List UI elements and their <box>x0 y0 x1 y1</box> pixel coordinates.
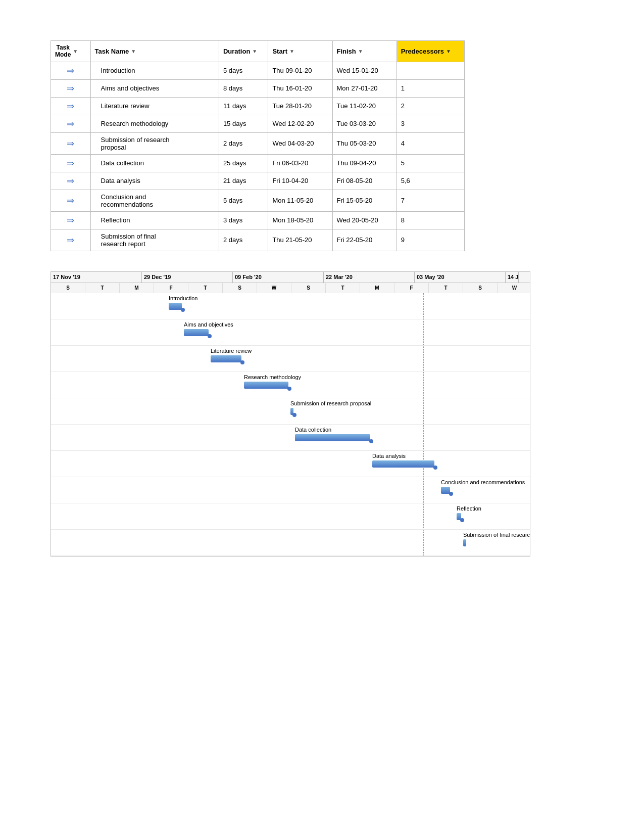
predecessors-cell: 4 <box>397 132 464 154</box>
gantt-period-row: 17 Nov '1929 Dec '1909 Feb '2022 Mar '20… <box>51 272 530 283</box>
task-mode-cell: ⇒ <box>51 132 91 154</box>
connector-dot <box>292 413 296 417</box>
duration-cell: 11 days <box>219 97 268 115</box>
gantt-row <box>51 319 530 346</box>
gantt-task-bar <box>184 329 209 336</box>
finish-cell: Thu 05-03-20 <box>332 132 397 154</box>
duration-cell: 2 days <box>219 132 268 154</box>
predecessors-cell <box>397 62 464 79</box>
task-name-cell: Data analysis <box>90 172 219 190</box>
duration-cell: 5 days <box>219 190 268 211</box>
gantt-task-label: Data collection <box>295 427 331 433</box>
task-mode-cell: ⇒ <box>51 229 91 251</box>
finish-cell: Fri 22-05-20 <box>332 229 397 251</box>
th-predecessors-sort-icon[interactable]: ▼ <box>446 49 451 54</box>
gantt-task-label: Aims and objectives <box>184 321 233 328</box>
duration-cell: 5 days <box>219 62 268 79</box>
duration-cell: 21 days <box>219 172 268 190</box>
th-finish-label: Finish <box>337 48 356 55</box>
start-cell: Thu 16-01-20 <box>268 79 332 97</box>
table-row: ⇒Conclusion andrecommendations5 daysMon … <box>51 190 465 211</box>
duration-cell: 8 days <box>219 79 268 97</box>
table-row: ⇒Data analysis21 daysFri 10-04-20Fri 08-… <box>51 172 465 190</box>
table-row: ⇒Aims and objectives8 daysThu 16-01-20Mo… <box>51 79 465 97</box>
th-task-mode-sort-icon[interactable]: ▼ <box>73 49 78 54</box>
table-row: ⇒Data collection25 daysFri 06-03-20Thu 0… <box>51 154 465 172</box>
task-name-cell: Submission of researchproposal <box>90 132 219 154</box>
task-mode-icon: ⇒ <box>67 138 74 149</box>
th-task-name-label: Task Name <box>95 48 129 55</box>
gantt-period-label: 17 Nov '19 <box>51 272 142 283</box>
predecessors-cell: 7 <box>397 190 464 211</box>
duration-cell: 15 days <box>219 115 268 132</box>
task-mode-icon: ⇒ <box>67 65 74 76</box>
gantt-task-label: Conclusion and recommendations <box>441 479 525 485</box>
th-start-sort-icon[interactable]: ▼ <box>289 49 294 54</box>
task-name-cell: Aims and objectives <box>90 79 219 97</box>
gantt-day-row: STMFTSWSTMFTSW <box>51 283 530 293</box>
gantt-day-label: M <box>360 283 394 293</box>
task-name-cell: Reflection <box>90 211 219 229</box>
task-mode-icon: ⇒ <box>67 235 74 246</box>
gantt-row <box>51 451 530 477</box>
connector-dot <box>433 466 437 470</box>
gantt-task-label: Research methodology <box>244 374 301 380</box>
task-mode-icon: ⇒ <box>67 175 74 187</box>
gantt-task-bar <box>211 355 241 362</box>
table-row: ⇒Submission of finalresearch report2 day… <box>51 229 465 251</box>
gantt-day-label: S <box>291 283 326 293</box>
connector-dot <box>287 387 291 391</box>
duration-cell: 2 days <box>219 229 268 251</box>
task-mode-cell: ⇒ <box>51 62 91 79</box>
start-cell: Wed 12-02-20 <box>268 115 332 132</box>
connector-dot <box>449 492 453 496</box>
th-finish-sort-icon[interactable]: ▼ <box>358 49 363 54</box>
th-duration-sort-icon[interactable]: ▼ <box>252 49 257 54</box>
gantt-chart: 17 Nov '1929 Dec '1909 Feb '2022 Mar '20… <box>51 271 530 557</box>
start-cell: Tue 28-01-20 <box>268 97 332 115</box>
task-mode-cell: ⇒ <box>51 190 91 211</box>
table-row: ⇒Reflection3 daysMon 18-05-20Wed 20-05-2… <box>51 211 465 229</box>
gantt-day-label: T <box>188 283 223 293</box>
gantt-task-label: Data analysis <box>372 453 406 459</box>
gantt-period-label: 29 Dec '19 <box>142 272 233 283</box>
start-cell: Thu 21-05-20 <box>268 229 332 251</box>
task-name-cell: Introduction <box>90 62 219 79</box>
connector-dot <box>460 518 464 522</box>
th-duration: Duration ▼ <box>219 41 268 62</box>
task-mode-cell: ⇒ <box>51 79 91 97</box>
predecessors-cell: 2 <box>397 97 464 115</box>
start-cell: Mon 11-05-20 <box>268 190 332 211</box>
page: TaskMode ▼ Task Name ▼ Duration ▼ <box>0 0 644 597</box>
gantt-day-label: T <box>85 283 120 293</box>
table-row: ⇒Submission of researchproposal2 daysWed… <box>51 132 465 154</box>
duration-cell: 3 days <box>219 211 268 229</box>
task-mode-icon: ⇒ <box>67 118 74 129</box>
task-name-cell: Research methodology <box>90 115 219 132</box>
gantt-day-label: T <box>429 283 463 293</box>
th-start-label: Start <box>272 48 287 55</box>
finish-cell: Mon 27-01-20 <box>332 79 397 97</box>
gantt-day-label: S <box>223 283 257 293</box>
start-cell: Fri 10-04-20 <box>268 172 332 190</box>
finish-cell: Fri 15-05-20 <box>332 190 397 211</box>
gantt-task-bar <box>244 382 288 389</box>
gantt-day-label: M <box>120 283 154 293</box>
gantt-task-bar <box>463 539 466 546</box>
gantt-task-label: Submission of final research report <box>463 532 530 538</box>
start-cell: Wed 04-03-20 <box>268 132 332 154</box>
gantt-period-label: 22 Mar '20 <box>324 272 415 283</box>
gantt-task-label: Reflection <box>457 505 481 512</box>
task-mode-cell: ⇒ <box>51 172 91 190</box>
gantt-task-label: Introduction <box>169 295 197 301</box>
finish-cell: Wed 15-01-20 <box>332 62 397 79</box>
gantt-task-label: Submission of research proposal <box>290 400 371 406</box>
gantt-day-label: W <box>257 283 291 293</box>
finish-cell: Tue 03-03-20 <box>332 115 397 132</box>
task-mode-icon: ⇒ <box>67 195 74 206</box>
table-row: ⇒Research methodology15 daysWed 12-02-20… <box>51 115 465 132</box>
th-task-mode: TaskMode ▼ <box>51 41 91 62</box>
gantt-task-bar <box>295 434 370 441</box>
task-mode-icon: ⇒ <box>67 101 74 112</box>
th-task-name-sort-icon[interactable]: ▼ <box>131 49 136 54</box>
